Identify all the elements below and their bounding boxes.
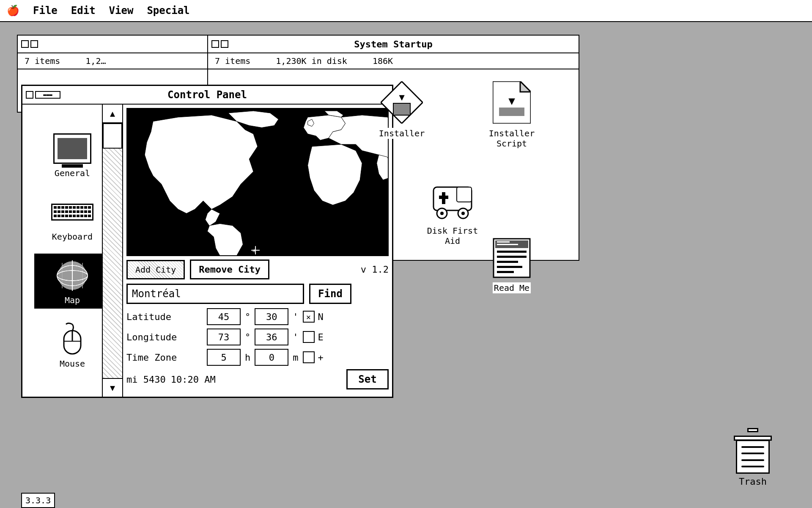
svg-point-34 bbox=[461, 212, 465, 215]
sidebar-item-general[interactable]: General bbox=[34, 127, 110, 182]
svg-rect-30 bbox=[439, 196, 448, 199]
map-container[interactable]: * bbox=[126, 108, 389, 256]
installer-icon: ▼ bbox=[381, 81, 423, 124]
trash-desktop-icon[interactable]: Trash bbox=[736, 436, 770, 487]
menu-edit[interactable]: Edit bbox=[71, 5, 96, 17]
sidebar-item-keyboard-label: Keyboard bbox=[52, 232, 93, 242]
lon-e-label: E bbox=[318, 332, 324, 342]
read-me-desktop-icon[interactable]: Read Me bbox=[482, 238, 541, 293]
sidebar-item-map-label: Map bbox=[65, 295, 80, 305]
read-me-icon bbox=[493, 238, 531, 278]
disk-first-aid-desktop-icon[interactable]: Disk First Aid bbox=[423, 183, 482, 246]
close-button-startup[interactable] bbox=[211, 40, 219, 48]
lon-deg-symbol: ° bbox=[245, 332, 250, 342]
lat-min-symbol: ' bbox=[293, 312, 298, 322]
svg-rect-41 bbox=[497, 271, 514, 273]
control-panel-title: Control Panel bbox=[167, 89, 247, 101]
zoom-button-back[interactable] bbox=[30, 40, 38, 48]
installer-desktop-icon[interactable]: ▼ Installer bbox=[372, 81, 431, 139]
desktop: Syste… 7 items 1,2… System Startup 7 ite… bbox=[0, 22, 812, 508]
installer-script-icon: ▼ bbox=[493, 81, 531, 124]
remove-city-button[interactable]: Remove City bbox=[190, 260, 269, 279]
lat-n-label: N bbox=[318, 312, 324, 322]
menu-file[interactable]: File bbox=[33, 5, 58, 17]
cp-close-btn[interactable] bbox=[26, 91, 33, 99]
window-back-disk: 1,2… bbox=[85, 56, 106, 66]
scrollbar-track[interactable] bbox=[103, 123, 122, 378]
svg-rect-42 bbox=[497, 241, 510, 243]
menu-bar: 🍎 File Edit View Special bbox=[0, 0, 812, 22]
lat-deg-symbol: ° bbox=[245, 312, 250, 322]
lat-deg-input[interactable] bbox=[207, 308, 241, 325]
sidebar-item-keyboard[interactable]: Keyboard bbox=[34, 190, 110, 245]
svg-rect-43 bbox=[497, 244, 518, 245]
world-map[interactable]: * bbox=[127, 109, 388, 255]
general-icon bbox=[53, 133, 91, 164]
lat-min-input[interactable] bbox=[255, 308, 288, 325]
svg-rect-38 bbox=[497, 256, 527, 258]
trash-label: Trash bbox=[739, 476, 767, 487]
svg-text:*: * bbox=[252, 247, 257, 255]
apple-menu[interactable]: 🍎 bbox=[7, 5, 19, 17]
svg-rect-28 bbox=[457, 187, 472, 202]
latitude-label: Latitude bbox=[126, 312, 203, 322]
trash-icon-shape bbox=[736, 436, 770, 474]
map-controls: Add City Remove City v 1.2 bbox=[126, 260, 389, 279]
svg-rect-22 bbox=[393, 103, 410, 115]
timezone-label: Time Zone bbox=[126, 352, 203, 363]
disk-first-aid-icon-label: Disk First Aid bbox=[423, 225, 482, 246]
lon-deg-input[interactable] bbox=[207, 329, 241, 345]
window-startup-disk: 1,230K in disk bbox=[276, 56, 347, 66]
menu-view[interactable]: View bbox=[109, 5, 134, 17]
lat-n-checkbox[interactable]: ✕ bbox=[303, 311, 315, 323]
scrollbar-thumb[interactable] bbox=[103, 123, 122, 149]
svg-rect-26 bbox=[499, 108, 524, 116]
disk-first-aid-icon bbox=[431, 183, 474, 221]
longitude-label: Longitude bbox=[126, 332, 203, 342]
time-value: 10:20 AM bbox=[171, 374, 216, 385]
sidebar-item-mouse-label: Mouse bbox=[60, 359, 85, 369]
find-button[interactable]: Find bbox=[309, 284, 351, 304]
set-button[interactable]: Set bbox=[346, 369, 389, 389]
lon-min-input[interactable] bbox=[255, 329, 288, 345]
tz-h-input[interactable] bbox=[207, 349, 241, 366]
tz-m-input[interactable] bbox=[255, 349, 288, 366]
svg-rect-39 bbox=[497, 261, 518, 263]
tz-plus-checkbox-row: + bbox=[303, 351, 324, 363]
distance-value: mi 5430 bbox=[126, 374, 166, 385]
version-label: v 1.2 bbox=[361, 264, 389, 275]
menu-special[interactable]: Special bbox=[147, 5, 189, 17]
mouse-icon bbox=[60, 322, 85, 356]
tz-m-label: m bbox=[293, 352, 298, 363]
bottom-row: mi 5430 10:20 AM Set bbox=[126, 369, 389, 389]
city-input[interactable] bbox=[126, 284, 304, 304]
zoom-button-startup[interactable] bbox=[221, 40, 228, 48]
cp-scrollbar[interactable]: ▲ ▼ bbox=[102, 105, 122, 397]
map-icon bbox=[55, 259, 89, 293]
window-back-items: 7 items bbox=[25, 56, 60, 66]
svg-text:▼: ▼ bbox=[508, 94, 515, 107]
window-startup-items: 7 items bbox=[215, 56, 250, 66]
window-startup-title: System Startup bbox=[354, 39, 432, 50]
svg-rect-20 bbox=[381, 82, 423, 124]
add-city-button[interactable]: Add City bbox=[126, 260, 185, 279]
scrollbar-down-arrow[interactable]: ▼ bbox=[103, 378, 122, 397]
city-input-row: Find bbox=[126, 284, 389, 304]
svg-text:▼: ▼ bbox=[399, 92, 405, 102]
svg-rect-37 bbox=[497, 251, 527, 253]
svg-rect-40 bbox=[497, 266, 522, 268]
cp-main: * Add City Remove City v 1.2 Find bbox=[123, 105, 392, 397]
lat-n-checkbox-row: ✕ N bbox=[303, 311, 324, 323]
sidebar-item-map[interactable]: Map bbox=[34, 254, 110, 309]
cp-collapse-btn[interactable]: ▬▬▬ bbox=[35, 91, 60, 99]
sidebar-item-mouse[interactable]: Mouse bbox=[34, 317, 110, 372]
close-button-back[interactable] bbox=[21, 40, 29, 48]
tz-plus-checkbox[interactable] bbox=[303, 351, 315, 363]
read-me-icon-label: Read Me bbox=[493, 282, 531, 293]
scrollbar-up-arrow[interactable]: ▲ bbox=[103, 105, 122, 123]
installer-script-desktop-icon[interactable]: ▼ Installer Script bbox=[482, 81, 541, 149]
svg-marker-24 bbox=[520, 81, 531, 92]
status-bar: 3.3.3 bbox=[21, 493, 55, 508]
lon-e-checkbox[interactable] bbox=[303, 331, 315, 343]
installer-icon-label: Installer bbox=[378, 128, 426, 139]
